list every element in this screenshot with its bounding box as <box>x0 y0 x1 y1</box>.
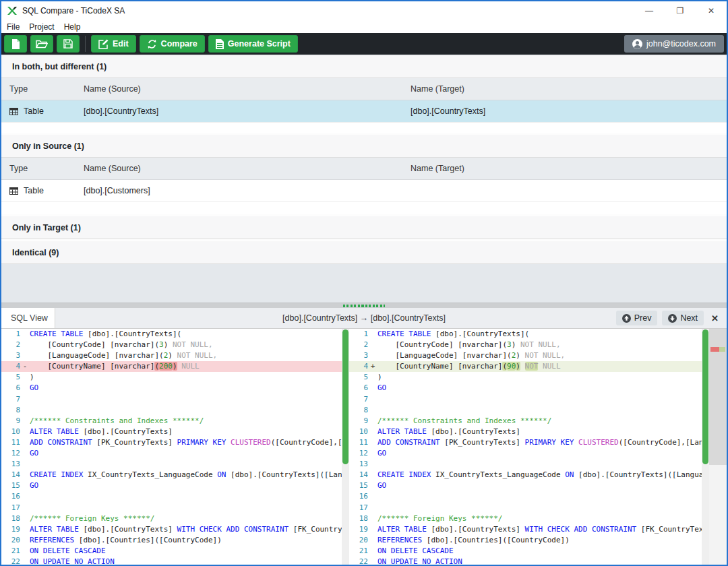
code-text: ON UPDATE NO ACTION <box>377 557 702 565</box>
code-line: 19ALTER TABLE [dbo].[CountryTexts] WITH … <box>349 524 702 535</box>
line-number: 12 <box>349 448 368 459</box>
code-line: 21ON DELETE CASCADE <box>349 546 702 557</box>
code-line: 11ADD CONSTRAINT [PK_CountryTexts] PRIMA… <box>349 437 702 448</box>
line-number: 4 <box>349 361 368 372</box>
source-code-area[interactable]: 1CREATE TABLE [dbo].[CountryTexts](2 [Co… <box>1 329 342 565</box>
target-code-area[interactable]: 1CREATE TABLE [dbo].[CountryTexts](2 [Co… <box>349 329 702 565</box>
target-scrollbar-thumb[interactable] <box>702 329 708 464</box>
code-text: ALTER TABLE [dbo].[CountryTexts] <box>30 427 342 437</box>
code-text: [CountryName] [nvarchar](90) NOT NULL <box>377 361 702 372</box>
menu-help[interactable]: Help <box>64 22 81 32</box>
table-row[interactable]: Table[dbo].[Customers] <box>1 180 727 202</box>
column-header: Name (Target) <box>411 84 727 94</box>
edit-button[interactable]: Edit <box>91 35 136 53</box>
line-number: 18 <box>349 513 368 524</box>
diff-overview-ruler[interactable] <box>709 329 727 565</box>
table-icon <box>9 108 18 115</box>
column-header-row: TypeName (Source)Name (Target) <box>1 158 727 180</box>
name-target: [dbo].[CountryTexts] <box>411 106 727 116</box>
source-scrollbar-thumb[interactable] <box>342 329 348 464</box>
line-number: 15 <box>1 480 20 491</box>
code-text: ) <box>377 372 702 383</box>
app-logo-icon <box>7 6 18 15</box>
code-line: 14CREATE INDEX IX_CountryTexts_LanguageC… <box>1 470 342 480</box>
code-text: /****** Foreign Keys ******/ <box>377 513 702 524</box>
code-line: 1CREATE TABLE [dbo].[CountryTexts]( <box>1 329 342 340</box>
line-number: 7 <box>1 394 20 405</box>
code-text: ON DELETE CASCADE <box>30 546 342 557</box>
app-window: SQL Compare - TiCodeX SA — ❐ ✕ File Proj… <box>0 0 728 566</box>
user-account-button[interactable]: john@ticodex.com <box>624 35 724 53</box>
title-bar: SQL Compare - TiCodeX SA — ❐ ✕ <box>1 1 727 20</box>
code-text: ALTER TABLE [dbo].[CountryTexts] <box>377 427 702 437</box>
minimize-button[interactable]: — <box>634 1 665 20</box>
generate-script-button[interactable]: Generate Script <box>208 35 298 53</box>
diff-sign <box>368 513 377 524</box>
line-number: 19 <box>1 524 20 535</box>
close-button[interactable]: ✕ <box>696 1 727 20</box>
code-line: 16 <box>1 491 342 502</box>
column-header: Name (Source) <box>84 164 411 173</box>
code-text <box>30 503 342 513</box>
save-project-button[interactable] <box>57 35 80 53</box>
code-line: 2 [CountryCode] [nvarchar](3) NOT NULL, <box>349 340 702 350</box>
diff-sign <box>368 557 377 565</box>
diff-sign <box>20 329 30 340</box>
new-project-button[interactable] <box>4 35 27 53</box>
window-controls: — ❐ ✕ <box>634 1 727 20</box>
prev-diff-button[interactable]: Prev <box>616 311 658 325</box>
diff-sign <box>368 340 377 350</box>
code-line: 9/****** Constraints and Indexes ******/ <box>1 416 342 427</box>
code-line: 12GO <box>349 448 702 459</box>
code-text: CREATE TABLE [dbo].[CountryTexts]( <box>377 329 702 340</box>
diff-sign <box>368 405 377 416</box>
code-text: ADD CONSTRAINT [PK_CountryTexts] PRIMARY… <box>30 437 342 448</box>
code-text: ON DELETE CASCADE <box>377 546 702 557</box>
code-line: 20REFERENCES [dbo].[Countries]([CountryC… <box>1 535 342 546</box>
line-number: 3 <box>1 350 20 361</box>
section-header[interactable]: Only in Target (1) <box>1 216 727 239</box>
section-header[interactable]: In both, but different (1) <box>1 55 727 78</box>
table-row[interactable]: Table[dbo].[CountryTexts][dbo].[CountryT… <box>1 100 727 123</box>
splitter-handle[interactable] <box>1 303 727 308</box>
column-header-row: TypeName (Source)Name (Target) <box>1 78 727 100</box>
close-sql-view-icon[interactable]: ✕ <box>708 313 721 323</box>
diff-sign <box>368 535 377 546</box>
code-line: 12GO <box>1 448 342 459</box>
diff-sign <box>20 416 30 427</box>
code-text: [LanguageCode] [nvarchar](2) NOT NULL, <box>30 350 342 361</box>
code-text: REFERENCES [dbo].[Countries]([CountryCod… <box>377 535 702 546</box>
line-number: 17 <box>1 503 20 513</box>
open-project-button[interactable] <box>30 35 53 53</box>
menu-project[interactable]: Project <box>29 22 54 32</box>
section-header[interactable]: Identical (9) <box>1 241 727 264</box>
code-text: ) <box>30 372 342 383</box>
diff-sign <box>368 372 377 383</box>
line-number: 8 <box>349 405 368 416</box>
menu-file[interactable]: File <box>7 22 20 32</box>
tab-sql-view[interactable]: SQL View <box>1 308 55 328</box>
diff-sign <box>368 437 377 448</box>
type-cell: Table <box>9 186 84 195</box>
diff-sign <box>368 491 377 502</box>
line-number: 7 <box>349 394 368 405</box>
source-editor-pane: 1CREATE TABLE [dbo].[CountryTexts](2 [Co… <box>1 329 349 565</box>
maximize-button[interactable]: ❐ <box>665 1 696 20</box>
next-diff-button[interactable]: Next <box>662 311 704 325</box>
next-circle-arrow-icon <box>668 314 677 323</box>
compare-sync-icon <box>147 39 157 49</box>
diff-sign <box>20 372 30 383</box>
code-line: 13 <box>349 459 702 470</box>
menu-bar: File Project Help <box>1 20 727 33</box>
section-title: In both, but different (1) <box>12 62 107 71</box>
type-label: Table <box>24 106 44 116</box>
diff-sign <box>368 448 377 459</box>
section-header[interactable]: Only in Source (1) <box>1 135 727 158</box>
code-line: 5) <box>349 372 702 383</box>
code-line: 18/****** Foreign Keys ******/ <box>349 513 702 524</box>
section-filler <box>1 202 727 214</box>
column-header: Type <box>9 84 84 94</box>
line-number: 1 <box>349 329 368 340</box>
compare-button[interactable]: Compare <box>140 35 205 53</box>
code-text: /****** Foreign Keys ******/ <box>30 513 342 524</box>
